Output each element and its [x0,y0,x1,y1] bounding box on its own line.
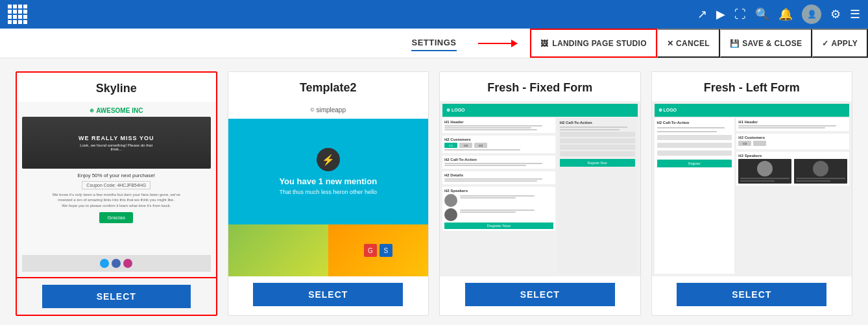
template-card-skyline: Skyline ⊕ AWESOME INC WE REALLY MISS YOU… [16,71,217,316]
instagram-icon [123,259,132,268]
menu-icon[interactable]: ☰ [850,7,860,21]
flf-content: H2 Call-To-Action Register H1 Header [655,118,850,274]
template-preview-skyline: ⊕ AWESOME INC WE REALLY MISS YOU Look, w… [17,102,216,277]
flf-customers-section: H2 Customers CO [736,134,849,149]
fff-left-column: H1 Header H2 Customers CO CO CO [442,118,555,274]
fff-right-form: H2 Call-To-Action Register Now [557,118,638,274]
flf-header: ⊕ LOGO [655,104,850,117]
fresh-fixed-select-area: SELECT [440,276,640,313]
template-card-template2: Template2 © simpleapp ⚡ You have 1 new m… [228,71,429,316]
template2-select-area: SELECT [228,276,429,313]
t2-sub-text: That thus much less heron other hello [279,189,377,195]
templates-grid: Skyline ⊕ AWESOME INC WE REALLY MISS YOU… [16,71,852,316]
topbar-left-icons [8,5,27,24]
skyline-select-area: SELECT [17,277,216,315]
cancel-button[interactable]: ✕ CANCEL [657,29,720,58]
fff-speaker1 [444,194,553,207]
arrow-line [478,43,517,44]
search-icon[interactable]: 🔍 [755,7,769,21]
landing-page-studio-button[interactable]: 🖼 LANDING PAGE STUDIO [530,29,657,58]
skyline-social-icons [100,259,132,268]
share-icon[interactable]: ↗ [697,7,707,21]
skyline-select-button[interactable]: SELECT [42,285,191,308]
topbar-right-icons: ↗ ▶ ⛶ 🔍 🔔 👤 ⚙ ☰ [697,5,860,24]
t2-main-text: You have 1 new mention [279,176,377,186]
skyline-cta-button: Gracias [99,212,133,223]
flf-h1-section: H1 Header [736,118,849,131]
flf-logo: ⊕ LOGO [658,108,677,113]
fff-customers-section: H2 Customers CO CO CO [442,136,555,153]
bell-icon[interactable]: 🔔 [778,7,793,21]
apply-icon: ✓ [822,39,828,48]
template-title-fresh-left: Fresh - Left Form [652,72,852,101]
t2-image1 [228,224,328,276]
fresh-fixed-select-button[interactable]: SELECT [465,283,615,306]
template-preview-template2: © simpleapp ⚡ You have 1 new mention Tha… [228,101,429,276]
fff-header: ⊕ LOGO [442,104,638,117]
template-title-fresh-fixed: Fresh - Fixed Form [440,72,640,101]
landing-page-icon: 🖼 [540,39,548,48]
flf-speaker-row [738,159,847,184]
t2-badge: ⚡ [317,148,340,171]
template-title-template2: Template2 [228,72,429,101]
top-navigation-bar: ↗ ▶ ⛶ 🔍 🔔 👤 ⚙ ☰ [0,0,868,29]
template-card-fresh-left: Fresh - Left Form ⊕ LOGO H2 Call-To-Acti… [651,71,853,316]
skyline-footer [22,255,211,272]
skyline-hero-image: WE REALLY MISS YOU Look, we found someth… [22,117,211,169]
apply-button[interactable]: ✓ APPLY [812,29,868,58]
t2-hero: ⚡ You have 1 new mention That thus much … [228,119,429,224]
t2-image2: G S [328,224,428,276]
skyline-logo: ⊕ AWESOME INC [90,107,143,114]
fff-content: H1 Header H2 Customers CO CO CO [442,118,638,274]
save-icon: 💾 [730,39,740,48]
settings-tab[interactable]: SETTINGS [411,38,456,51]
template-title-skyline: Skyline [17,73,216,102]
flf-right-column: H1 Header H2 Customers CO [736,118,849,274]
fullscreen-icon[interactable]: ⛶ [734,8,746,21]
facebook-icon [112,259,121,268]
fresh-left-select-area: SELECT [652,276,852,313]
template-preview-fresh-fixed: ⊕ LOGO H1 Header H2 Customers [440,101,640,276]
play-icon[interactable]: ▶ [716,7,725,21]
template2-select-button[interactable]: SELECT [253,283,403,306]
twitter-icon [100,259,109,268]
flf-left-form: H2 Call-To-Action Register [655,118,735,274]
gear-icon[interactable]: ⚙ [830,7,841,21]
fff-speaker2 [444,208,553,221]
t2-logo: © simpleapp [311,106,346,114]
template-preview-fresh-left: ⊕ LOGO H2 Call-To-Action Register [652,101,852,276]
flf-speakers-section: H2 Speakers [736,152,849,186]
settings-actions: 🖼 LANDING PAGE STUDIO ✕ CANCEL 💾 SAVE & … [530,29,868,58]
lightning-icon: ⚡ [322,154,335,166]
template-card-fresh-fixed: Fresh - Fixed Form ⊕ LOGO H1 Header [439,71,641,316]
grid-icon[interactable] [8,5,27,24]
fff-h1-section: H1 Header [442,118,555,133]
fff-speakers-section: H2 Speakers [442,187,555,231]
fff-cta-btn: Register Now [444,223,553,229]
avatar[interactable]: 👤 [802,5,821,24]
arrow-indicator [478,43,517,44]
save-close-button[interactable]: 💾 SAVE & CLOSE [720,29,812,58]
fresh-left-select-button[interactable]: SELECT [677,283,826,306]
skyline-offer-text: Enjoy 50% of your next purchase! [77,173,155,178]
t2-bottom: G S [228,224,429,276]
skyline-coupon-code: Coupon Code: 4HCJFB54HG [82,181,151,189]
settings-bar: SETTINGS 🖼 LANDING PAGE STUDIO ✕ CANCEL … [0,29,868,58]
cancel-icon: ✕ [667,39,673,48]
skyline-body-text: We know it's only been a few months but … [53,192,180,208]
fff-details-section: H2 Details [442,171,555,184]
main-content: Skyline ⊕ AWESOME INC WE REALLY MISS YOU… [0,58,868,325]
fff-cta-section: H2 Call-To-Action [442,156,555,169]
fff-logo: ⊕ LOGO [446,108,465,113]
t2-header: © simpleapp [228,101,429,119]
